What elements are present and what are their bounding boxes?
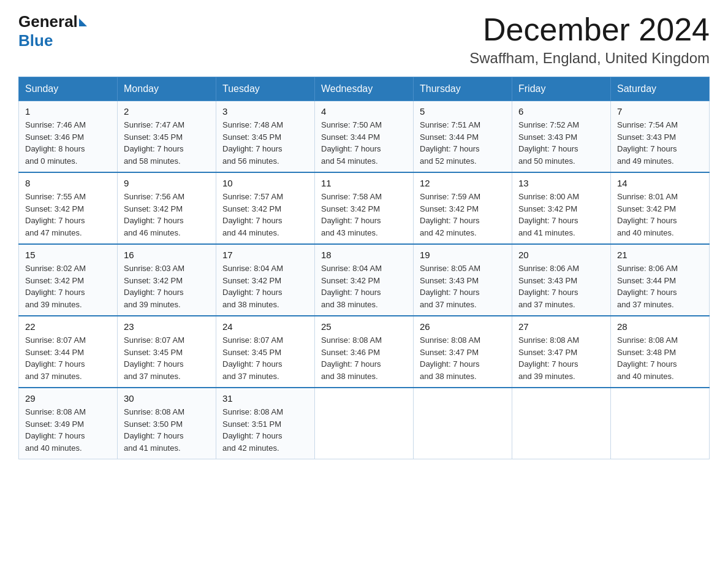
calendar-day-cell: 11 Sunrise: 7:58 AM Sunset: 3:42 PM Dayl… (315, 172, 414, 244)
calendar-day-cell: 26 Sunrise: 8:08 AM Sunset: 3:47 PM Dayl… (414, 316, 512, 388)
day-number: 3 (222, 106, 308, 117)
day-info: Sunrise: 7:59 AM Sunset: 3:42 PM Dayligh… (420, 191, 506, 239)
day-number: 6 (518, 106, 604, 117)
day-info: Sunrise: 8:08 AM Sunset: 3:49 PM Dayligh… (25, 406, 111, 454)
calendar-day-cell: 25 Sunrise: 8:08 AM Sunset: 3:46 PM Dayl… (315, 316, 414, 388)
calendar-day-cell: 17 Sunrise: 8:04 AM Sunset: 3:42 PM Dayl… (216, 244, 315, 316)
calendar-week-row: 15 Sunrise: 8:02 AM Sunset: 3:42 PM Dayl… (19, 244, 710, 316)
day-number: 17 (222, 250, 308, 260)
day-number: 30 (124, 393, 210, 404)
day-number: 31 (222, 393, 308, 404)
page-title: December 2024 (469, 12, 710, 47)
day-info: Sunrise: 7:56 AM Sunset: 3:42 PM Dayligh… (124, 191, 210, 239)
calendar-day-cell: 2 Sunrise: 7:47 AM Sunset: 3:45 PM Dayli… (118, 101, 216, 173)
col-monday: Monday (118, 77, 216, 101)
day-number: 23 (124, 321, 210, 332)
day-info: Sunrise: 7:58 AM Sunset: 3:42 PM Dayligh… (321, 191, 407, 239)
day-number: 8 (25, 178, 111, 188)
calendar-day-cell: 3 Sunrise: 7:48 AM Sunset: 3:45 PM Dayli… (216, 101, 315, 173)
calendar-day-cell: 24 Sunrise: 8:07 AM Sunset: 3:45 PM Dayl… (216, 316, 315, 388)
calendar-day-cell: 5 Sunrise: 7:51 AM Sunset: 3:44 PM Dayli… (414, 101, 512, 173)
day-number: 25 (321, 321, 407, 332)
calendar-day-cell: 16 Sunrise: 8:03 AM Sunset: 3:42 PM Dayl… (118, 244, 216, 316)
col-friday: Friday (512, 77, 611, 101)
day-number: 12 (420, 178, 506, 188)
day-info: Sunrise: 8:05 AM Sunset: 3:43 PM Dayligh… (420, 262, 506, 310)
day-info: Sunrise: 8:04 AM Sunset: 3:42 PM Dayligh… (222, 262, 308, 310)
day-number: 24 (222, 321, 308, 332)
calendar-day-cell: 22 Sunrise: 8:07 AM Sunset: 3:44 PM Dayl… (19, 316, 118, 388)
day-number: 9 (124, 178, 210, 188)
day-number: 27 (518, 321, 604, 332)
day-number: 20 (518, 250, 604, 260)
day-info: Sunrise: 8:04 AM Sunset: 3:42 PM Dayligh… (321, 262, 407, 310)
day-info: Sunrise: 7:50 AM Sunset: 3:44 PM Dayligh… (321, 119, 407, 167)
day-number: 2 (124, 106, 210, 117)
day-number: 1 (25, 106, 111, 117)
day-info: Sunrise: 8:02 AM Sunset: 3:42 PM Dayligh… (25, 262, 111, 310)
calendar-day-cell: 9 Sunrise: 7:56 AM Sunset: 3:42 PM Dayli… (118, 172, 216, 244)
calendar-day-cell (414, 388, 512, 459)
day-info: Sunrise: 7:46 AM Sunset: 3:46 PM Dayligh… (25, 119, 111, 167)
day-info: Sunrise: 8:03 AM Sunset: 3:42 PM Dayligh… (124, 262, 210, 310)
logo-triangle-icon (79, 18, 87, 26)
day-info: Sunrise: 8:06 AM Sunset: 3:43 PM Dayligh… (518, 262, 604, 310)
calendar-day-cell: 18 Sunrise: 8:04 AM Sunset: 3:42 PM Dayl… (315, 244, 414, 316)
day-info: Sunrise: 7:57 AM Sunset: 3:42 PM Dayligh… (222, 191, 308, 239)
day-number: 14 (617, 178, 703, 188)
calendar-day-cell: 30 Sunrise: 8:08 AM Sunset: 3:50 PM Dayl… (118, 388, 216, 459)
calendar-day-cell (512, 388, 611, 459)
day-number: 22 (25, 321, 111, 332)
calendar-day-cell: 4 Sunrise: 7:50 AM Sunset: 3:44 PM Dayli… (315, 101, 414, 173)
day-info: Sunrise: 8:08 AM Sunset: 3:50 PM Dayligh… (124, 406, 210, 454)
calendar-day-cell: 28 Sunrise: 8:08 AM Sunset: 3:48 PM Dayl… (611, 316, 710, 388)
calendar-day-cell: 31 Sunrise: 8:08 AM Sunset: 3:51 PM Dayl… (216, 388, 315, 459)
day-number: 4 (321, 106, 407, 117)
col-wednesday: Wednesday (315, 77, 414, 101)
day-info: Sunrise: 7:47 AM Sunset: 3:45 PM Dayligh… (124, 119, 210, 167)
day-number: 16 (124, 250, 210, 260)
day-info: Sunrise: 8:07 AM Sunset: 3:44 PM Dayligh… (25, 334, 111, 382)
calendar-day-cell: 7 Sunrise: 7:54 AM Sunset: 3:43 PM Dayli… (611, 101, 710, 173)
logo-general: General (18, 12, 78, 31)
logo: General Blue (18, 12, 87, 50)
calendar-day-cell: 27 Sunrise: 8:08 AM Sunset: 3:47 PM Dayl… (512, 316, 611, 388)
day-number: 10 (222, 178, 308, 188)
col-thursday: Thursday (414, 77, 512, 101)
day-number: 18 (321, 250, 407, 260)
day-info: Sunrise: 8:06 AM Sunset: 3:44 PM Dayligh… (617, 262, 703, 310)
day-info: Sunrise: 8:07 AM Sunset: 3:45 PM Dayligh… (222, 334, 308, 382)
day-info: Sunrise: 7:55 AM Sunset: 3:42 PM Dayligh… (25, 191, 111, 239)
day-number: 28 (617, 321, 703, 332)
col-sunday: Sunday (19, 77, 118, 101)
calendar-day-cell: 19 Sunrise: 8:05 AM Sunset: 3:43 PM Dayl… (414, 244, 512, 316)
day-number: 29 (25, 393, 111, 404)
col-tuesday: Tuesday (216, 77, 315, 101)
title-block: December 2024 Swaffham, England, United … (469, 12, 710, 67)
page-subtitle: Swaffham, England, United Kingdom (469, 50, 710, 67)
page-header: General Blue December 2024 Swaffham, Eng… (18, 12, 710, 67)
calendar-day-cell: 23 Sunrise: 8:07 AM Sunset: 3:45 PM Dayl… (118, 316, 216, 388)
calendar-day-cell: 10 Sunrise: 7:57 AM Sunset: 3:42 PM Dayl… (216, 172, 315, 244)
calendar-day-cell: 1 Sunrise: 7:46 AM Sunset: 3:46 PM Dayli… (19, 101, 118, 173)
day-number: 5 (420, 106, 506, 117)
day-number: 13 (518, 178, 604, 188)
calendar-week-row: 1 Sunrise: 7:46 AM Sunset: 3:46 PM Dayli… (19, 101, 710, 173)
day-info: Sunrise: 8:08 AM Sunset: 3:51 PM Dayligh… (222, 406, 308, 454)
calendar-day-cell: 20 Sunrise: 8:06 AM Sunset: 3:43 PM Dayl… (512, 244, 611, 316)
calendar-table: Sunday Monday Tuesday Wednesday Thursday… (18, 77, 710, 459)
calendar-week-row: 8 Sunrise: 7:55 AM Sunset: 3:42 PM Dayli… (19, 172, 710, 244)
day-number: 21 (617, 250, 703, 260)
day-number: 11 (321, 178, 407, 188)
day-info: Sunrise: 7:51 AM Sunset: 3:44 PM Dayligh… (420, 119, 506, 167)
calendar-day-cell: 8 Sunrise: 7:55 AM Sunset: 3:42 PM Dayli… (19, 172, 118, 244)
calendar-week-row: 29 Sunrise: 8:08 AM Sunset: 3:49 PM Dayl… (19, 388, 710, 459)
calendar-day-cell: 15 Sunrise: 8:02 AM Sunset: 3:42 PM Dayl… (19, 244, 118, 316)
calendar-day-cell: 13 Sunrise: 8:00 AM Sunset: 3:42 PM Dayl… (512, 172, 611, 244)
day-info: Sunrise: 7:54 AM Sunset: 3:43 PM Dayligh… (617, 119, 703, 167)
day-info: Sunrise: 8:08 AM Sunset: 3:46 PM Dayligh… (321, 334, 407, 382)
day-info: Sunrise: 8:01 AM Sunset: 3:42 PM Dayligh… (617, 191, 703, 239)
day-number: 15 (25, 250, 111, 260)
calendar-day-cell: 29 Sunrise: 8:08 AM Sunset: 3:49 PM Dayl… (19, 388, 118, 459)
logo-blue: Blue (18, 31, 53, 50)
